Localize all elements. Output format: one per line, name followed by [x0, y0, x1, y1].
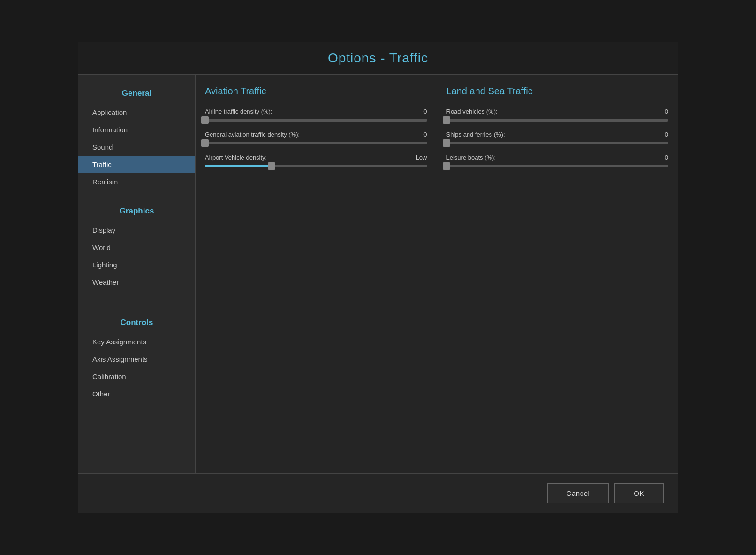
sidebar-item-traffic[interactable]: Traffic: [78, 156, 195, 173]
sidebar-item-application[interactable]: Application: [78, 104, 195, 121]
options-window: Options - Traffic General Application In…: [78, 42, 678, 513]
general-aviation-thumb[interactable]: [201, 139, 209, 147]
airline-density-group: Airline traffic density (%): 0: [205, 108, 427, 122]
sidebar-item-information[interactable]: Information: [78, 121, 195, 138]
ships-ferries-track[interactable]: [446, 142, 669, 144]
title-bar: Options - Traffic: [78, 42, 678, 75]
road-vehicles-thumb[interactable]: [443, 116, 450, 124]
main-content: General Application Information Sound Tr…: [78, 75, 678, 473]
leisure-boats-thumb[interactable]: [443, 162, 450, 170]
road-vehicles-track[interactable]: [446, 119, 669, 122]
sidebar-controls-heading: Controls: [78, 313, 195, 333]
road-vehicles-group: Road vehicles (%): 0: [446, 108, 669, 122]
cancel-button[interactable]: Cancel: [547, 483, 609, 503]
general-aviation-value: 0: [423, 131, 427, 138]
ships-ferries-label: Ships and ferries (%):: [446, 131, 505, 138]
leisure-boats-label: Leisure boats (%):: [446, 154, 496, 161]
sidebar-item-display[interactable]: Display: [78, 221, 195, 239]
sidebar-graphics-heading: Graphics: [78, 202, 195, 221]
airport-vehicle-label: Airport Vehicle density:: [205, 154, 267, 161]
footer: Cancel OK: [78, 473, 678, 513]
sidebar-item-weather[interactable]: Weather: [78, 274, 195, 291]
ships-ferries-value: 0: [665, 131, 668, 138]
airline-density-value: 0: [423, 108, 427, 115]
ships-ferries-group: Ships and ferries (%): 0: [446, 131, 669, 144]
sidebar-item-axis-assignments[interactable]: Axis Assignments: [78, 350, 195, 368]
content-panels: Aviation Traffic Airline traffic density…: [196, 75, 678, 473]
airline-density-thumb[interactable]: [201, 116, 209, 124]
general-aviation-group: General aviation traffic density (%): 0: [205, 131, 427, 144]
sidebar-item-lighting[interactable]: Lighting: [78, 256, 195, 274]
land-sea-traffic-title: Land and Sea Traffic: [446, 86, 669, 97]
airline-density-label: Airline traffic density (%):: [205, 108, 272, 115]
airport-vehicle-value: Low: [416, 154, 427, 161]
sidebar: General Application Information Sound Tr…: [78, 75, 196, 473]
aviation-traffic-panel: Aviation Traffic Airline traffic density…: [196, 75, 437, 473]
sidebar-item-world[interactable]: World: [78, 239, 195, 256]
road-vehicles-value: 0: [665, 108, 668, 115]
ok-button[interactable]: OK: [614, 483, 664, 503]
leisure-boats-track[interactable]: [446, 165, 669, 167]
ships-ferries-thumb[interactable]: [443, 139, 450, 147]
airport-vehicle-thumb[interactable]: [268, 162, 275, 170]
airline-density-track[interactable]: [205, 119, 427, 122]
land-sea-traffic-panel: Land and Sea Traffic Road vehicles (%): …: [437, 75, 678, 473]
leisure-boats-value: 0: [665, 154, 668, 161]
airport-vehicle-group: Airport Vehicle density: Low: [205, 154, 427, 167]
general-aviation-label: General aviation traffic density (%):: [205, 131, 300, 138]
sidebar-item-sound[interactable]: Sound: [78, 138, 195, 156]
road-vehicles-label: Road vehicles (%):: [446, 108, 498, 115]
window-title: Options - Traffic: [78, 51, 678, 66]
leisure-boats-group: Leisure boats (%): 0: [446, 154, 669, 167]
sidebar-item-other[interactable]: Other: [78, 385, 195, 403]
sidebar-item-key-assignments[interactable]: Key Assignments: [78, 333, 195, 350]
sidebar-item-realism[interactable]: Realism: [78, 173, 195, 190]
airport-vehicle-track[interactable]: [205, 165, 427, 167]
aviation-traffic-title: Aviation Traffic: [205, 86, 427, 97]
sidebar-general-heading: General: [78, 84, 195, 104]
general-aviation-track[interactable]: [205, 142, 427, 144]
sidebar-item-calibration[interactable]: Calibration: [78, 368, 195, 385]
airport-vehicle-fill: [205, 165, 272, 167]
